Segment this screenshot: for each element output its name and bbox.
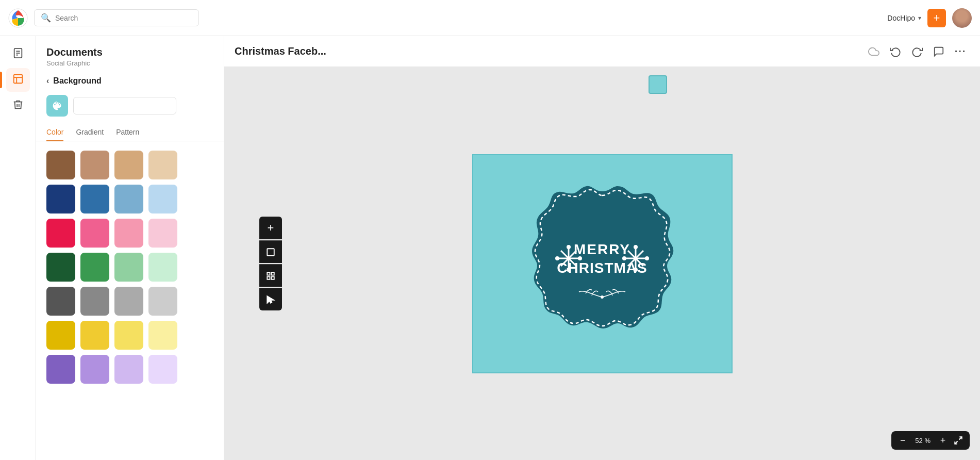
color-cell-8[interactable] (46, 219, 75, 248)
cloud-save-button[interactable] (865, 42, 883, 61)
color-cell-18[interactable] (114, 287, 143, 316)
tab-pattern[interactable]: Pattern (116, 124, 139, 141)
color-cell-26[interactable] (114, 355, 143, 384)
svg-rect-12 (267, 276, 270, 279)
zoom-controls: − 52 % + (891, 431, 970, 450)
svg-rect-9 (267, 249, 274, 256)
color-cell-16[interactable] (46, 287, 75, 316)
svg-point-32 (601, 295, 604, 299)
svg-point-26 (634, 245, 638, 249)
avatar[interactable] (952, 8, 972, 28)
app-header: 🔍 DocHipo ▾ + (0, 0, 980, 36)
color-cell-2[interactable] (114, 151, 143, 179)
sidebar-item-template[interactable] (6, 68, 30, 92)
color-cell-15[interactable] (148, 253, 177, 282)
redo-button[interactable] (908, 42, 926, 61)
template-icon (12, 73, 24, 87)
trash-icon (12, 99, 24, 113)
comment-button[interactable] (929, 42, 948, 61)
search-icon: 🔍 (41, 13, 51, 23)
back-arrow-icon: ‹ (46, 76, 49, 86)
color-cell-0[interactable] (46, 151, 75, 179)
color-cell-20[interactable] (46, 321, 75, 350)
search-input[interactable] (55, 14, 192, 22)
document-title: Christmas Faceb... (235, 45, 859, 57)
document-icon (12, 47, 24, 61)
color-cell-22[interactable] (114, 321, 143, 350)
color-cell-27[interactable] (148, 355, 177, 384)
new-document-button[interactable]: + (927, 9, 946, 27)
color-cell-25[interactable] (80, 355, 109, 384)
color-cell-12[interactable] (46, 253, 75, 282)
color-input-row: #7ad1d6 (36, 91, 224, 124)
design-canvas: MERRY CHRISTMAS (472, 154, 733, 373)
color-cell-4[interactable] (46, 185, 75, 213)
panel-title: Documents (46, 46, 213, 58)
svg-rect-13 (272, 276, 274, 279)
svg-rect-11 (272, 272, 274, 275)
floating-color-swatch[interactable] (649, 75, 667, 94)
color-cell-10[interactable] (114, 219, 143, 248)
color-cell-23[interactable] (148, 321, 177, 350)
chevron-down-icon: ▾ (918, 14, 921, 22)
color-cell-1[interactable] (80, 151, 109, 179)
undo-button[interactable] (886, 42, 905, 61)
toolbar-actions: ··· (865, 42, 970, 61)
frame-button[interactable] (259, 240, 282, 263)
sidebar-item-trash[interactable] (6, 94, 30, 118)
header-right: DocHipo ▾ + (887, 8, 972, 28)
color-cell-11[interactable] (148, 219, 177, 248)
color-tabs: Color Gradient Pattern (36, 124, 224, 141)
select-tool-button[interactable] (259, 288, 282, 310)
color-swatch[interactable] (46, 95, 68, 117)
search-bar[interactable]: 🔍 (34, 9, 199, 26)
color-cell-19[interactable] (148, 287, 177, 316)
canvas-area: Christmas Faceb... (224, 36, 980, 460)
sidebar-item-documents[interactable] (6, 42, 30, 66)
svg-rect-6 (13, 74, 22, 83)
svg-text:CHRISTMAS: CHRISTMAS (557, 260, 647, 276)
zoom-in-button[interactable]: + (936, 433, 950, 448)
zoom-level: 52 % (911, 437, 935, 445)
badge-design: MERRY CHRISTMAS (514, 176, 690, 351)
canvas-toolbar: Christmas Faceb... (224, 36, 980, 67)
tab-color[interactable]: Color (46, 124, 63, 141)
zoom-expand-button[interactable] (951, 433, 966, 448)
color-cell-6[interactable] (114, 185, 143, 213)
color-cell-13[interactable] (80, 253, 109, 282)
app-logo[interactable] (8, 8, 28, 28)
svg-rect-10 (267, 272, 270, 275)
main-content: Documents Social Graphic ‹ Background #7… (0, 36, 980, 460)
add-element-button[interactable]: + (259, 217, 282, 239)
hex-color-input[interactable]: #7ad1d6 (73, 97, 176, 114)
color-cell-24[interactable] (46, 355, 75, 384)
icon-sidebar (0, 36, 36, 460)
color-cell-17[interactable] (80, 287, 109, 316)
color-cell-3[interactable] (148, 151, 177, 179)
color-cell-14[interactable] (114, 253, 143, 282)
tab-gradient[interactable]: Gradient (76, 124, 104, 141)
svg-text:MERRY: MERRY (574, 241, 630, 257)
color-cell-5[interactable] (80, 185, 109, 213)
back-label: Background (53, 76, 101, 86)
color-cell-21[interactable] (80, 321, 109, 350)
color-cell-7[interactable] (148, 185, 177, 213)
back-to-background[interactable]: ‹ Background (36, 69, 224, 91)
svg-point-18 (567, 245, 571, 249)
vertical-toolbar: + (259, 217, 282, 310)
color-cell-9[interactable] (80, 219, 109, 248)
left-panel: Documents Social Graphic ‹ Background #7… (36, 36, 224, 460)
canvas-workspace: + (224, 67, 980, 460)
more-options-button[interactable]: ··· (951, 42, 970, 61)
zoom-out-button[interactable]: − (895, 433, 910, 448)
grid-button[interactable] (259, 264, 282, 287)
brand-name: DocHipo (887, 14, 915, 22)
color-grid (36, 141, 224, 393)
panel-header: Documents Social Graphic (36, 36, 224, 69)
panel-subtitle: Social Graphic (46, 59, 213, 67)
dochipo-menu[interactable]: DocHipo ▾ (887, 14, 921, 22)
